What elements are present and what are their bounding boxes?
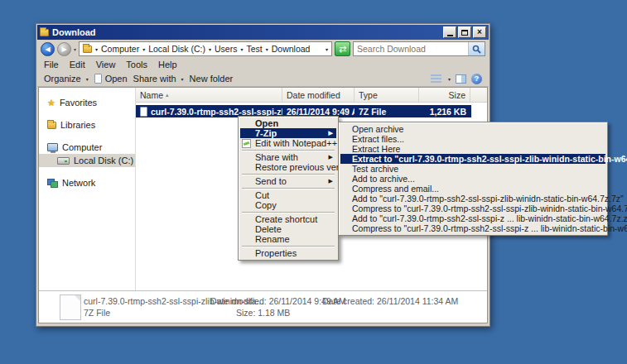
breadcrumb-test[interactable]: Test xyxy=(246,44,262,54)
menu-item-label: Edit with Notepad++ xyxy=(255,138,337,148)
context-menu: Open 7-Zip ▶ Edit with Notepad++ Share w… xyxy=(238,116,339,261)
submenu-item-add-to-zip[interactable]: Add to "curl-7.39.0-rtmp-ssh2-ssl-sspi-z… xyxy=(340,213,605,223)
menu-separator xyxy=(242,212,335,213)
context-menu-item-edit-with-notepadpp[interactable]: Edit with Notepad++ xyxy=(240,138,336,148)
context-menu-item-delete[interactable]: Delete xyxy=(240,224,336,234)
sidebar-item-label: Computer xyxy=(62,142,102,152)
new-folder-button[interactable]: New folder xyxy=(190,74,234,84)
refresh-button[interactable]: ⇄ xyxy=(335,41,350,56)
file-date-cell: 26/11/2014 9:49 AM xyxy=(282,107,354,117)
column-header-size[interactable]: Size xyxy=(419,88,470,102)
menu-edit[interactable]: Edit xyxy=(70,60,85,69)
close-button[interactable]: × xyxy=(473,26,486,38)
context-menu-item-rename[interactable]: Rename xyxy=(240,234,336,244)
chevron-down-icon: ▾ xyxy=(86,76,89,82)
submenu-item-compress-to-7z-and-email[interactable]: Compress to "curl-7.39.0-rtmp-ssh2-ssl-s… xyxy=(340,204,605,213)
menu-help[interactable]: Help xyxy=(158,60,177,69)
menu-separator xyxy=(242,174,335,175)
file-name-cell: curl-7.39.0-rtmp-ssh2-ssl-sspi-zlib-wini… xyxy=(136,107,282,117)
date-modified-label: Date modified: xyxy=(210,296,267,306)
breadcrumb-separator-icon: ▾ xyxy=(209,46,211,52)
context-menu-item-share-with[interactable]: Share with ▶ xyxy=(240,152,336,162)
share-with-button[interactable]: Share with ▾ xyxy=(133,74,184,84)
window-controls: × xyxy=(443,26,486,38)
search-button[interactable] xyxy=(468,42,485,55)
breadcrumb-local-disk[interactable]: Local Disk (C:) xyxy=(148,44,205,54)
organize-button[interactable]: Organize ▾ xyxy=(44,74,89,84)
breadcrumb-download[interactable]: Download xyxy=(272,44,311,54)
search-input[interactable] xyxy=(354,43,468,55)
search-icon xyxy=(472,45,481,54)
sidebar-item-local-disk[interactable]: Local Disk (C:) xyxy=(39,154,135,167)
submenu-item-test-archive[interactable]: Test archive xyxy=(340,164,605,174)
menu-tools[interactable]: Tools xyxy=(126,60,147,69)
back-button[interactable]: ◀ xyxy=(41,42,55,56)
help-icon[interactable]: ? xyxy=(471,74,482,84)
column-label: Type xyxy=(359,90,378,100)
submenu-item-extract-to-folder[interactable]: Extract to "curl-7.39.0-rtmp-ssh2-ssl-ss… xyxy=(340,154,605,164)
sidebar-item-computer[interactable]: Computer xyxy=(39,141,135,154)
context-menu-item-restore-previous-versions[interactable]: Restore previous versions xyxy=(240,162,336,172)
address-breadcrumb-box[interactable]: ▾ Computer ▾ Local Disk (C:) ▾ Users ▾ T… xyxy=(79,41,332,56)
context-menu-item-copy[interactable]: Copy xyxy=(240,200,336,210)
breadcrumb-separator-icon: ▾ xyxy=(95,46,98,52)
minimize-button[interactable] xyxy=(443,26,456,38)
submenu-item-compress-to-zip-and-email[interactable]: Compress to "curl-7.39.0-rtmp-ssh2-ssl-s… xyxy=(340,223,605,233)
preview-pane-icon[interactable] xyxy=(456,74,466,84)
sidebar-item-libraries[interactable]: Libraries xyxy=(39,118,135,132)
menu-item-label: 7-Zip xyxy=(255,128,277,138)
sidebar-item-network[interactable]: Network xyxy=(39,176,135,189)
recent-pages-dropdown[interactable]: ▾ xyxy=(74,46,76,52)
back-icon: ◀ xyxy=(45,46,50,53)
context-menu-item-send-to[interactable]: Send to ▶ xyxy=(240,176,336,186)
breadcrumb-users[interactable]: Users xyxy=(215,44,237,54)
minimize-icon xyxy=(447,35,453,36)
folder-icon xyxy=(83,46,92,53)
organize-label: Organize xyxy=(44,74,81,84)
submenu-arrow-icon: ▶ xyxy=(329,128,333,138)
title-bar[interactable]: Download × xyxy=(37,25,489,40)
column-header-name[interactable]: Name ▴ xyxy=(136,88,282,102)
menu-view[interactable]: View xyxy=(96,60,116,69)
file-icon xyxy=(140,107,147,117)
column-label: Date modified xyxy=(287,90,340,100)
desktop: Download × ◀ ▶ ▾ ▾ Computer ▾ Local Disk… xyxy=(0,0,627,364)
submenu-item-add-to-7z[interactable]: Add to "curl-7.39.0-rtmp-ssh2-ssl-sspi-z… xyxy=(340,194,605,204)
command-toolbar: Organize ▾ Open Share with ▾ New folder … xyxy=(37,71,489,87)
menu-separator xyxy=(242,246,335,247)
menu-bar: File Edit View Tools Help xyxy=(37,58,489,71)
star-icon: ★ xyxy=(47,98,55,108)
column-header-type[interactable]: Type xyxy=(354,88,419,102)
forward-icon: ▶ xyxy=(61,46,66,53)
forward-button[interactable]: ▶ xyxy=(57,42,71,56)
maximize-button[interactable] xyxy=(458,26,471,38)
address-history-dropdown[interactable]: ▾ xyxy=(326,46,328,52)
breadcrumb-separator-icon: ▾ xyxy=(240,46,243,52)
file-type-cell: 7Z File xyxy=(354,107,419,117)
change-view-icon[interactable] xyxy=(431,74,441,83)
chevron-down-icon[interactable]: ▾ xyxy=(448,76,451,82)
sidebar-item-label: Favorites xyxy=(60,98,97,108)
context-menu-item-cut[interactable]: Cut xyxy=(240,190,336,200)
submenu-item-open-archive[interactable]: Open archive xyxy=(340,124,605,134)
context-menu-item-create-shortcut[interactable]: Create shortcut xyxy=(240,214,336,224)
date-created-label: Date created: xyxy=(322,296,374,306)
submenu-item-extract-files[interactable]: Extract files... xyxy=(340,134,605,144)
menu-file[interactable]: File xyxy=(44,60,59,69)
address-bar: ◀ ▶ ▾ ▾ Computer ▾ Local Disk (C:) ▾ Use… xyxy=(37,40,489,58)
open-button[interactable]: Open xyxy=(94,74,128,84)
submenu-item-compress-and-email[interactable]: Compress and email... xyxy=(340,184,605,194)
details-date-created: Date created: 26/11/2014 11:34 AM xyxy=(322,296,458,306)
submenu-item-extract-here[interactable]: Extract Here xyxy=(340,144,605,154)
context-menu-item-7zip[interactable]: 7-Zip ▶ xyxy=(240,128,336,138)
submenu-item-add-to-archive[interactable]: Add to archive... xyxy=(340,174,605,184)
column-header-date-modified[interactable]: Date modified xyxy=(282,88,354,102)
column-header-filler xyxy=(470,88,487,102)
context-menu-item-properties[interactable]: Properties xyxy=(240,248,336,258)
sidebar-item-favorites[interactable]: ★ Favorites xyxy=(39,96,135,109)
context-menu-item-open[interactable]: Open xyxy=(240,118,336,128)
breadcrumb-computer[interactable]: Computer xyxy=(101,44,139,54)
date-created-value: 26/11/2014 11:34 AM xyxy=(377,296,458,306)
file-preview-icon xyxy=(60,295,81,320)
menu-separator xyxy=(242,150,335,151)
